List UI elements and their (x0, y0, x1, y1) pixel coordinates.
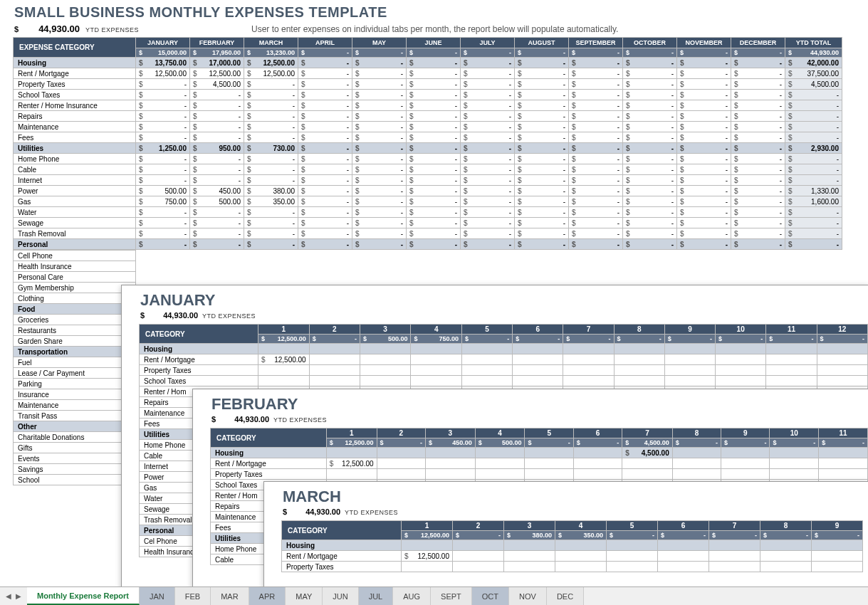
category-cell[interactable]: Cable (14, 164, 136, 175)
category-cell[interactable]: Trash Removal (14, 228, 136, 239)
value-cell[interactable]: $- (244, 164, 298, 175)
value-cell[interactable]: $- (244, 122, 298, 132)
value-cell[interactable]: $- (136, 228, 190, 239)
value-cell[interactable]: $- (407, 175, 461, 186)
value-cell[interactable]: $- (244, 132, 298, 143)
value-cell[interactable] (664, 344, 715, 354)
value-cell[interactable]: $- (515, 239, 569, 250)
value-cell[interactable]: $- (407, 132, 461, 143)
value-cell[interactable]: $- (352, 164, 407, 175)
value-cell[interactable] (563, 344, 614, 354)
value-cell[interactable]: $- (731, 132, 785, 143)
category-cell[interactable]: Rent / Mortgage (211, 458, 327, 469)
value-cell[interactable] (309, 354, 360, 365)
value-cell[interactable]: $- (461, 132, 515, 143)
category-cell[interactable]: Garden Share (14, 336, 136, 347)
value-cell[interactable]: $- (569, 90, 623, 100)
category-cell[interactable]: Events (14, 453, 136, 464)
category-cell[interactable]: Maintenance (14, 122, 136, 132)
value-cell[interactable]: $- (677, 175, 731, 186)
value-cell[interactable]: $- (731, 100, 785, 111)
value-cell[interactable]: $- (136, 164, 190, 175)
value-cell[interactable]: $- (515, 79, 569, 90)
category-cell[interactable]: Property Taxes (14, 79, 136, 90)
value-cell[interactable]: $- (731, 90, 785, 100)
tab-jun[interactable]: JUN (323, 587, 358, 605)
value-cell[interactable]: $950.00 (190, 143, 244, 154)
value-cell[interactable] (411, 376, 462, 386)
value-cell[interactable]: $- (136, 175, 190, 186)
value-cell[interactable]: $- (190, 164, 244, 175)
value-cell[interactable]: $- (623, 154, 677, 164)
category-cell[interactable]: Groceries (14, 315, 136, 325)
value-cell[interactable] (614, 354, 664, 365)
value-cell[interactable]: $- (352, 186, 407, 196)
category-cell[interactable]: Clothing (14, 293, 136, 304)
tab-jul[interactable]: JUL (359, 587, 394, 605)
value-cell[interactable]: $- (569, 100, 623, 111)
value-cell[interactable] (766, 365, 817, 376)
value-cell[interactable] (709, 562, 760, 572)
category-cell[interactable]: Maintenance (14, 400, 136, 411)
value-cell[interactable] (513, 376, 563, 386)
value-cell[interactable]: $- (298, 196, 352, 207)
value-cell[interactable] (425, 469, 475, 480)
value-cell[interactable]: $- (569, 122, 623, 132)
value-cell[interactable] (425, 448, 475, 458)
value-cell[interactable]: $- (623, 228, 677, 239)
category-cell[interactable]: Fuel (14, 357, 136, 368)
value-cell[interactable]: $- (298, 111, 352, 122)
value-cell[interactable]: $4,500.00 (190, 79, 244, 90)
value-cell[interactable]: $- (136, 100, 190, 111)
value-cell[interactable]: $- (136, 154, 190, 164)
value-cell[interactable]: $- (407, 68, 461, 79)
category-cell[interactable]: Other (14, 421, 136, 432)
value-cell[interactable]: $- (352, 68, 407, 79)
category-cell[interactable]: Repairs (14, 111, 136, 122)
value-cell[interactable] (461, 376, 512, 386)
value-cell[interactable]: $- (515, 196, 569, 207)
value-cell[interactable]: $- (407, 143, 461, 154)
value-cell[interactable]: $- (677, 143, 731, 154)
value-cell[interactable]: $- (569, 228, 623, 239)
value-cell[interactable]: $- (623, 218, 677, 228)
category-cell[interactable]: Rent / Mortgage (282, 551, 402, 562)
value-cell[interactable] (664, 365, 715, 376)
value-cell[interactable] (555, 551, 607, 562)
value-cell[interactable]: $- (731, 228, 785, 239)
value-cell[interactable]: $- (136, 218, 190, 228)
value-cell[interactable]: $12,500.00 (190, 68, 244, 79)
value-cell[interactable]: $- (244, 218, 298, 228)
value-cell[interactable] (360, 344, 411, 354)
value-cell[interactable] (607, 540, 658, 551)
category-cell[interactable]: Personal (14, 239, 136, 250)
value-cell[interactable] (614, 376, 664, 386)
category-cell[interactable]: Property Taxes (140, 365, 258, 376)
value-cell[interactable]: $- (136, 132, 190, 143)
value-cell[interactable]: $- (623, 239, 677, 250)
value-cell[interactable] (817, 344, 867, 354)
value-cell[interactable] (573, 448, 622, 458)
value-cell[interactable]: $- (352, 228, 407, 239)
category-cell[interactable]: Charitable Donations (14, 432, 136, 443)
value-cell[interactable]: $- (352, 218, 407, 228)
value-cell[interactable] (721, 448, 770, 458)
value-cell[interactable]: $- (515, 218, 569, 228)
value-cell[interactable]: $- (623, 79, 677, 90)
value-cell[interactable]: $- (461, 68, 515, 79)
value-cell[interactable]: $- (515, 175, 569, 186)
value-cell[interactable] (326, 469, 377, 480)
value-cell[interactable]: $- (677, 207, 731, 218)
value-cell[interactable]: $350.00 (244, 196, 298, 207)
value-cell[interactable] (453, 540, 504, 551)
value-cell[interactable]: $- (407, 58, 461, 68)
value-cell[interactable] (411, 354, 462, 365)
value-cell[interactable]: $- (190, 228, 244, 239)
value-cell[interactable]: $- (136, 90, 190, 100)
value-cell[interactable]: $- (731, 79, 785, 90)
value-cell[interactable]: $12,500.00 (402, 551, 453, 562)
value-cell[interactable] (760, 562, 812, 572)
category-cell[interactable]: School Taxes (140, 376, 258, 386)
value-cell[interactable] (573, 458, 622, 469)
value-cell[interactable]: $- (298, 186, 352, 196)
